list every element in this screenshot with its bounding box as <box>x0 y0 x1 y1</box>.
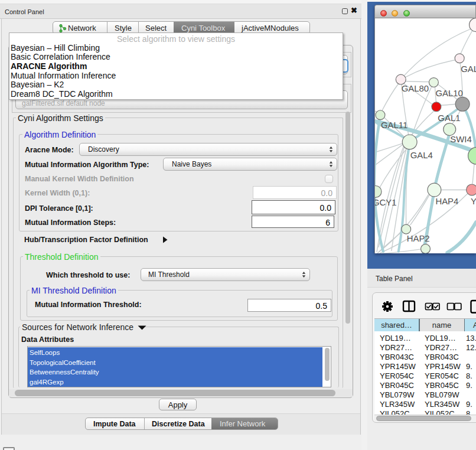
svg-text:GAL7: GAL7 <box>461 64 476 74</box>
svg-text:SWI4: SWI4 <box>450 135 471 144</box>
svg-text:GAL80: GAL80 <box>402 84 429 93</box>
svg-text:GAL10: GAL10 <box>435 89 462 98</box>
svg-text:Y: Y <box>471 197 476 206</box>
svg-text:GAL4: GAL4 <box>410 151 433 160</box>
svg-text:GCY1: GCY1 <box>374 198 397 207</box>
svg-text:GAL1: GAL1 <box>438 113 460 123</box>
svg-text:HAP2: HAP2 <box>407 234 430 243</box>
svg-text:HAP4: HAP4 <box>435 197 458 206</box>
svg-text:GAL11: GAL11 <box>381 120 407 130</box>
